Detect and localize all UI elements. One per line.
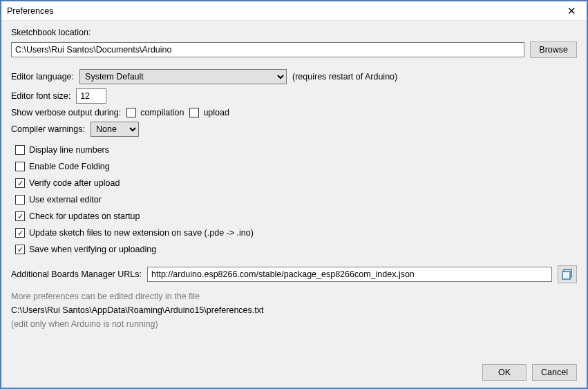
- dialog-body: Sketchbook location: Browse Editor langu…: [1, 21, 587, 388]
- svg-rect-1: [562, 272, 570, 279]
- titlebar: Preferences ✕: [1, 1, 587, 21]
- checkbox-label: Update sketch files to new extension on …: [29, 228, 254, 238]
- window-title: Preferences: [7, 6, 53, 16]
- checkbox-box-icon: [126, 108, 136, 117]
- preferences-window: Preferences ✕ Sketchbook location: Brows…: [0, 0, 588, 389]
- compilation-checkbox[interactable]: compilation: [126, 108, 184, 117]
- display-line-numbers-checkbox[interactable]: Display line numbers: [15, 145, 577, 155]
- compiler-warnings-label: Compiler warnings:: [11, 124, 85, 134]
- enable-code-folding-checkbox[interactable]: Enable Code Folding: [15, 162, 577, 171]
- checkbox-label: Verify code after upload: [29, 178, 120, 188]
- compiler-warnings-select[interactable]: None: [91, 122, 139, 137]
- cancel-button[interactable]: Cancel: [532, 364, 577, 381]
- additional-urls-label: Additional Boards Manager URLs:: [11, 269, 142, 279]
- font-size-label: Editor font size:: [11, 91, 70, 101]
- upload-checkbox-label: upload: [203, 108, 229, 117]
- checkbox-box-icon: [15, 178, 25, 188]
- sketchbook-path-input[interactable]: [11, 42, 524, 57]
- checkbox-label: Save when verifying or uploading: [29, 245, 156, 254]
- requires-restart-label: (requires restart of Arduino): [292, 72, 397, 82]
- sketchbook-label: Sketchbook location:: [11, 28, 577, 37]
- editor-language-label: Editor language:: [11, 72, 74, 82]
- checkbox-label: Display line numbers: [29, 145, 109, 155]
- close-button[interactable]: ✕: [556, 1, 587, 21]
- use-external-editor-checkbox[interactable]: Use external editor: [15, 195, 577, 205]
- update-sketch-ext-checkbox[interactable]: Update sketch files to new extension on …: [15, 228, 577, 238]
- compilation-checkbox-label: compilation: [140, 108, 184, 117]
- checkbox-box-icon: [15, 195, 25, 205]
- browse-button[interactable]: Browse: [530, 41, 577, 58]
- checkbox-box-icon: [15, 145, 25, 155]
- edit-only-text: (edit only when Arduino is not running): [11, 319, 577, 329]
- font-size-input[interactable]: [76, 88, 106, 104]
- windows-stack-icon: [562, 269, 573, 280]
- upload-checkbox[interactable]: upload: [189, 108, 229, 117]
- checkbox-box-icon: [15, 162, 25, 171]
- ok-button[interactable]: OK: [482, 364, 527, 381]
- checkbox-label: Enable Code Folding: [29, 162, 110, 171]
- check-updates-checkbox[interactable]: Check for updates on startup: [15, 211, 577, 221]
- verify-after-upload-checkbox[interactable]: Verify code after upload: [15, 178, 577, 188]
- checkbox-box-icon: [15, 211, 25, 221]
- editor-language-select[interactable]: System Default: [79, 69, 287, 84]
- more-prefs-text: More preferences can be edited directly …: [11, 292, 577, 301]
- checkbox-box-icon: [15, 245, 25, 254]
- additional-urls-input[interactable]: [147, 267, 552, 282]
- prefs-file-path: C:\Users\Rui Santos\AppData\Roaming\Ardu…: [11, 305, 577, 315]
- checkbox-label: Check for updates on startup: [29, 211, 140, 221]
- close-icon: ✕: [567, 5, 576, 17]
- verbose-label: Show verbose output during:: [11, 108, 121, 117]
- expand-urls-button[interactable]: [558, 265, 577, 283]
- checkbox-label: Use external editor: [29, 195, 102, 205]
- checkbox-box-icon: [189, 108, 199, 117]
- save-when-verify-checkbox[interactable]: Save when verifying or uploading: [15, 245, 577, 254]
- checkbox-box-icon: [15, 228, 25, 238]
